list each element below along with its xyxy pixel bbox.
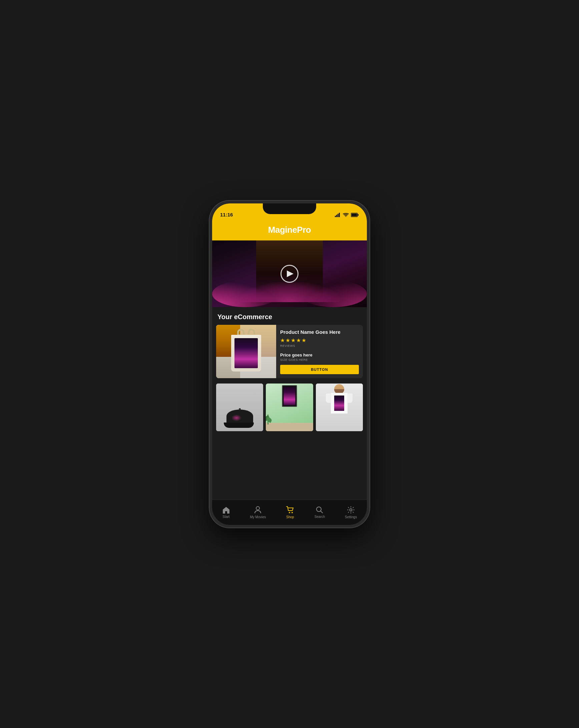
nav-start-label: Start [222, 515, 230, 519]
product-card-0: Product Name Goes Here ★ ★ ★ ★ ★ REVIEWS… [216, 384, 263, 432]
svg-rect-2 [338, 214, 339, 217]
svg-point-9 [291, 512, 293, 513]
svg-rect-1 [336, 215, 337, 217]
settings-icon [347, 506, 355, 514]
product-image-poster [266, 384, 313, 432]
search-icon [316, 506, 323, 514]
product-grid: Product Name Goes Here ★ ★ ★ ★ ★ REVIEWS… [212, 384, 367, 437]
app-header: MaginePro [212, 220, 367, 240]
svg-rect-3 [339, 213, 340, 217]
featured-buy-button[interactable]: BUTTON [280, 365, 359, 374]
notch [263, 203, 316, 214]
play-triangle-icon [287, 270, 293, 277]
phone-frame: 11:16 [209, 201, 370, 527]
play-button[interactable] [281, 265, 298, 283]
star-4: ★ [296, 337, 301, 343]
logo-part2: Pro [297, 225, 311, 235]
star-1: ★ [280, 337, 285, 343]
featured-reviews-label: REVIEWS [280, 344, 359, 347]
home-icon [222, 506, 230, 514]
product-card-2: Product Name Goes Here ★ ★ ★ ★ ★ REVIEWS… [316, 384, 363, 432]
featured-product-image [216, 325, 276, 378]
nav-settings[interactable]: Settings [341, 503, 361, 522]
person-icon [254, 506, 262, 514]
star-2: ★ [286, 337, 290, 343]
battery-icon [351, 213, 359, 217]
nav-search[interactable]: Search [311, 503, 329, 521]
featured-product-info: Product Name Goes Here ★ ★ ★ ★ ★ REVIEWS [276, 325, 363, 378]
svg-point-8 [289, 512, 290, 513]
hero-banner [212, 240, 367, 307]
nav-shop[interactable]: Shop [282, 503, 298, 522]
product-card-1: Product Name Goes Here ★ ★ ★ ★ ★ REVIEWS… [266, 384, 313, 432]
signal-icon [335, 213, 341, 217]
product-image-tshirt [316, 384, 363, 432]
app-logo: MaginePro [219, 225, 360, 235]
featured-product-name: Product Name Goes Here [280, 329, 359, 336]
status-icons [335, 213, 359, 217]
svg-rect-0 [335, 216, 336, 217]
star-3: ★ [291, 337, 295, 343]
bottom-spacer [212, 437, 367, 443]
svg-line-11 [320, 511, 322, 513]
content-scroll[interactable]: Your eCommerce [212, 240, 367, 499]
status-time: 11:16 [220, 212, 233, 217]
nav-search-label: Search [315, 515, 325, 519]
cart-icon [286, 506, 294, 514]
product-image-cap [216, 384, 263, 432]
featured-product-stars: ★ ★ ★ ★ ★ [280, 337, 359, 343]
svg-rect-5 [358, 214, 359, 216]
bottom-nav: Start My Movies Shop [212, 499, 367, 525]
screen: 11:16 [212, 203, 367, 525]
nav-start[interactable]: Start [218, 503, 234, 521]
svg-rect-6 [351, 214, 357, 216]
featured-size: SIZE GOES HERE [280, 358, 359, 362]
featured-price: Price goes here [280, 353, 359, 358]
featured-product-card: Product Name Goes Here ★ ★ ★ ★ ★ REVIEWS [216, 325, 363, 378]
phone-wrapper: 11:16 [203, 187, 376, 541]
wifi-icon [343, 213, 349, 217]
section-title: Your eCommerce [212, 307, 367, 325]
nav-my-movies[interactable]: My Movies [246, 503, 270, 522]
svg-point-7 [256, 506, 260, 510]
svg-point-12 [350, 509, 352, 511]
logo-part1: Magine [268, 225, 297, 235]
nav-movies-label: My Movies [250, 515, 266, 519]
star-5: ★ [301, 337, 306, 343]
nav-shop-label: Shop [286, 515, 294, 519]
pink-smoke-center [239, 282, 340, 302]
nav-settings-label: Settings [345, 515, 357, 519]
